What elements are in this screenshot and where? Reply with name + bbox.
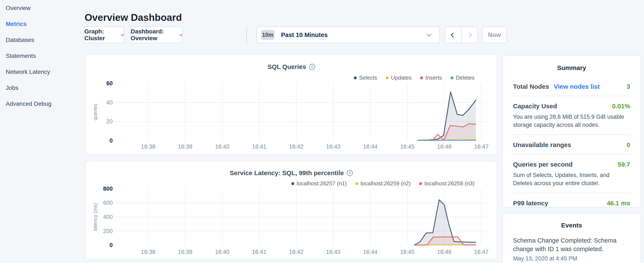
svg-text:16:43: 16:43 bbox=[326, 143, 340, 150]
graph-dropdown-label: Graph: Cluster bbox=[84, 28, 118, 42]
divider bbox=[513, 193, 630, 193]
sidebar: OverviewMetricsDatabasesStatementsNetwor… bbox=[0, 0, 83, 116]
time-step-forward-button[interactable] bbox=[462, 27, 478, 43]
summary-row: Queries per second59.7 bbox=[503, 161, 640, 168]
svg-text:16:44: 16:44 bbox=[363, 249, 378, 255]
svg-text:800: 800 bbox=[103, 185, 113, 192]
events-title: Events bbox=[503, 222, 640, 229]
dashboard-dropdown-label: Dashboard: Overview bbox=[131, 28, 177, 42]
sql-queries-chart-card: SQL Queries i SelectsUpdatesInsertsDelet… bbox=[86, 54, 497, 155]
time-range-dropdown[interactable]: 10m Past 10 Minutes bbox=[256, 27, 440, 43]
events-list: Schema Change Completed: Schema change w… bbox=[503, 236, 640, 262]
summary-row-label: Total Nodes bbox=[513, 83, 549, 90]
now-button-label: Now bbox=[488, 32, 501, 39]
svg-text:16:44: 16:44 bbox=[363, 143, 378, 150]
svg-text:16:40: 16:40 bbox=[215, 249, 230, 255]
svg-text:queries: queries bbox=[92, 104, 98, 120]
sidebar-item-statements[interactable]: Statements bbox=[0, 53, 83, 69]
time-range-badge: 10m bbox=[261, 30, 274, 40]
sidebar-item-advanced-debug[interactable]: Advanced Debug bbox=[0, 100, 83, 116]
svg-text:16:45: 16:45 bbox=[400, 143, 414, 150]
event-message: Schema Change Completed: Schema change w… bbox=[503, 236, 640, 253]
summary-row: Unavailable ranges0 bbox=[503, 141, 640, 149]
summary-row-label: Queries per second bbox=[513, 161, 572, 168]
summary-row: Capacity Used0.01% bbox=[503, 103, 640, 110]
svg-text:600: 600 bbox=[103, 200, 113, 206]
time-step-back-button[interactable] bbox=[445, 27, 462, 43]
svg-text:16:42: 16:42 bbox=[289, 143, 304, 150]
dashboard-dropdown[interactable]: Dashboard: Overview bbox=[130, 27, 182, 43]
divider bbox=[513, 96, 630, 96]
svg-text:20: 20 bbox=[106, 118, 113, 125]
svg-text:16:38: 16:38 bbox=[141, 249, 156, 255]
summary-row-label: Unavailable ranges bbox=[513, 141, 571, 149]
svg-text:16:40: 16:40 bbox=[215, 143, 230, 150]
events-panel: Events Schema Change Completed: Schema c… bbox=[502, 213, 641, 263]
svg-text:0: 0 bbox=[110, 242, 113, 248]
summary-panel: Summary Total NodesView nodes list3Capac… bbox=[502, 55, 641, 207]
summary-row-value: 3 bbox=[626, 83, 630, 90]
svg-text:16:47: 16:47 bbox=[474, 143, 488, 150]
summary-rows: Total NodesView nodes list3Capacity Used… bbox=[503, 83, 640, 207]
divider bbox=[513, 154, 630, 154]
svg-text:16:41: 16:41 bbox=[252, 249, 266, 255]
time-range-label: Past 10 Minutes bbox=[281, 32, 328, 39]
sidebar-item-metrics[interactable]: Metrics bbox=[0, 21, 83, 37]
svg-text:200: 200 bbox=[103, 228, 113, 234]
graph-dropdown[interactable]: Graph: Cluster bbox=[84, 27, 124, 43]
summary-row: P99 latency46.1 ms bbox=[503, 200, 640, 207]
now-button[interactable]: Now bbox=[482, 27, 507, 43]
summary-row-value: 0.01% bbox=[612, 103, 630, 110]
svg-text:400: 400 bbox=[103, 214, 113, 220]
chevron-down-icon bbox=[180, 33, 183, 36]
divider bbox=[513, 134, 630, 135]
summary-row-value: 0 bbox=[626, 141, 630, 149]
toolbar-divider bbox=[246, 27, 247, 43]
svg-text:16:38: 16:38 bbox=[141, 143, 156, 150]
summary-row-label: P99 latency bbox=[513, 200, 548, 207]
summary-title: Summary bbox=[503, 64, 640, 72]
svg-text:16:47: 16:47 bbox=[474, 249, 488, 255]
summary-row-value: 59.7 bbox=[618, 161, 630, 168]
time-step-buttons bbox=[445, 27, 478, 43]
chevron-down-icon bbox=[121, 33, 124, 36]
svg-text:16:39: 16:39 bbox=[178, 143, 192, 150]
svg-text:16:46: 16:46 bbox=[437, 143, 452, 150]
sidebar-item-databases[interactable]: Databases bbox=[0, 37, 83, 53]
summary-row-description: You are using 28.6 MiB of 515.9 GiB usab… bbox=[503, 113, 640, 129]
sidebar-item-network-latency[interactable]: Network Latency bbox=[0, 69, 83, 85]
svg-text:0: 0 bbox=[110, 137, 113, 144]
event-timestamp: May 13, 2020 at 4:45 PM bbox=[503, 255, 640, 262]
service-latency-chart[interactable]: 16:3816:3916:4016:4116:4216:4316:4416:45… bbox=[86, 161, 498, 260]
summary-row-description: Sum of Selects, Updates, Inserts, and De… bbox=[503, 171, 640, 187]
svg-text:16:46: 16:46 bbox=[437, 249, 452, 255]
sql-queries-chart[interactable]: 16:3816:3916:4016:4116:4216:4316:4416:45… bbox=[86, 54, 498, 155]
svg-text:16:43: 16:43 bbox=[326, 249, 340, 255]
sidebar-item-jobs[interactable]: Jobs bbox=[0, 85, 83, 100]
page-title: Overview Dashboard bbox=[84, 12, 182, 23]
summary-row-value: 46.1 ms bbox=[607, 200, 630, 207]
chevron-down-icon bbox=[427, 32, 431, 36]
sidebar-item-overview[interactable]: Overview bbox=[0, 5, 83, 21]
service-latency-chart-card: Service Latency: SQL, 99th percentile i … bbox=[86, 161, 497, 259]
svg-text:60: 60 bbox=[106, 80, 113, 87]
summary-row-label: Capacity Used bbox=[513, 103, 557, 110]
summary-row: Total NodesView nodes list3 bbox=[503, 83, 640, 90]
svg-text:16:45: 16:45 bbox=[400, 249, 414, 255]
chevron-right-icon bbox=[467, 32, 472, 38]
svg-text:16:39: 16:39 bbox=[178, 249, 192, 255]
view-nodes-list-link[interactable]: View nodes list bbox=[554, 83, 600, 90]
svg-text:40: 40 bbox=[106, 99, 113, 106]
chevron-left-icon bbox=[450, 32, 456, 38]
svg-text:16:42: 16:42 bbox=[289, 249, 304, 255]
svg-text:16:41: 16:41 bbox=[252, 143, 266, 150]
svg-text:latency (ms): latency (ms) bbox=[92, 203, 98, 231]
